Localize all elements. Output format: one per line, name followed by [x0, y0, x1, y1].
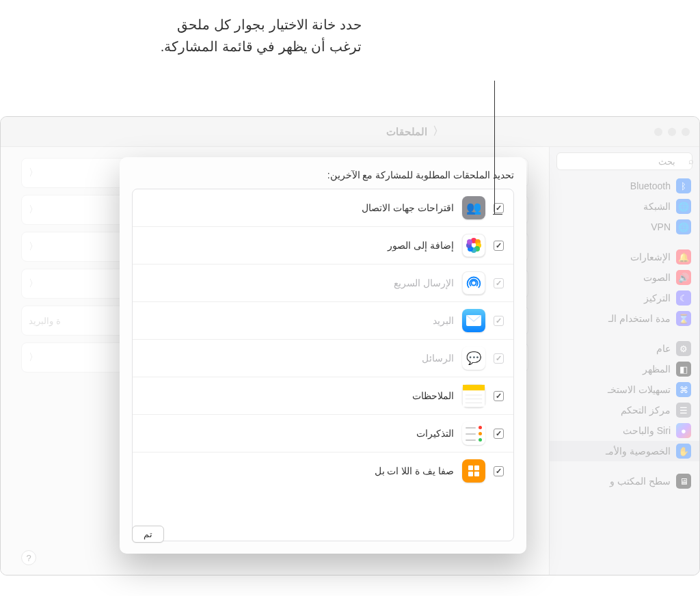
done-button[interactable]: تم: [132, 526, 164, 543]
extensions-list: 👥اقتراحات جهات الاتصالإضافة إلى الصورالإ…: [132, 189, 514, 541]
svg-rect-3: [463, 390, 485, 407]
svg-rect-10: [474, 472, 479, 476]
extension-row: 👥اقتراحات جهات الاتصال: [133, 189, 513, 227]
extension-label: الإرسال السريع: [394, 277, 454, 288]
svg-rect-2: [463, 385, 485, 390]
share-extensions-modal: تحديد الملحقات المطلوبة للمشاركة مع الآخ…: [120, 157, 526, 554]
extension-row: التذكيرات: [133, 415, 513, 452]
extension-row: الإرسال السريع: [133, 265, 513, 302]
checkbox[interactable]: [494, 391, 504, 401]
safari-icon: [462, 459, 485, 483]
svg-rect-9: [468, 472, 473, 476]
messages-icon: 💬: [462, 347, 485, 370]
extension-label: اقتراحات جهات الاتصال: [362, 202, 454, 213]
extension-row: صفا يف ة اللا ات بل: [133, 452, 513, 489]
extension-row: 💬الرسائل: [133, 340, 513, 377]
contacts-icon: 👥: [462, 196, 485, 219]
extension-label: إضافة إلى الصور: [388, 240, 454, 251]
extension-row: إضافة إلى الصور: [133, 227, 513, 265]
annotation-callout: حدد خانة الاختيار بجوار كل ملحق ترغب أن …: [143, 14, 362, 57]
extension-row: الملاحظات: [133, 377, 513, 415]
checkbox: [494, 278, 504, 288]
extension-label: الرسائل: [422, 353, 454, 364]
extension-label: التذكيرات: [416, 428, 454, 439]
checkbox: [494, 316, 504, 326]
annotation-line: [494, 81, 495, 214]
notes-icon: [462, 384, 485, 407]
svg-rect-8: [474, 465, 479, 470]
checkbox[interactable]: [494, 429, 504, 439]
checkbox: [494, 353, 504, 364]
reminders-icon: [462, 422, 485, 445]
airdrop-icon: [462, 271, 485, 295]
extension-label: صفا يف ة اللا ات بل: [375, 465, 454, 476]
modal-title: تحديد الملحقات المطلوبة للمشاركة مع الآخ…: [132, 170, 514, 180]
checkbox[interactable]: [494, 241, 504, 251]
checkbox[interactable]: [494, 466, 504, 476]
svg-point-0: [472, 281, 476, 286]
extension-row: البريد: [133, 302, 513, 340]
extension-label: البريد: [433, 315, 454, 326]
checkbox[interactable]: [494, 203, 504, 213]
mail-icon: [462, 309, 485, 332]
svg-rect-7: [468, 465, 473, 470]
photos-icon: [462, 234, 485, 257]
extension-label: الملاحظات: [412, 390, 454, 401]
